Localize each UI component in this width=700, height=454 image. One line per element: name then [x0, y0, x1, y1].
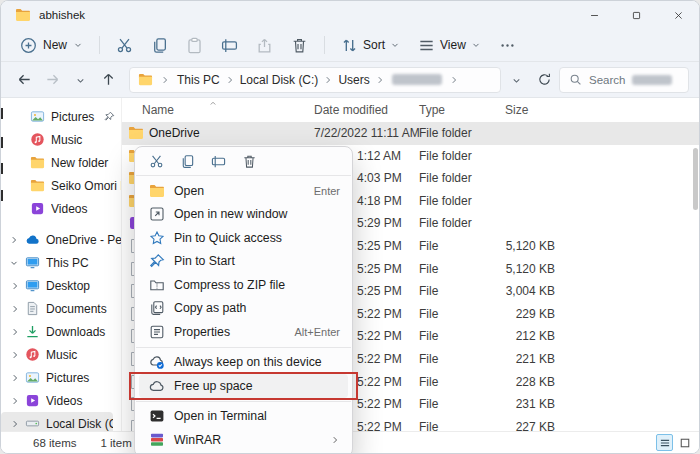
view-button-label: View	[440, 38, 466, 52]
sidebar-scrollbar-mark[interactable]	[1, 190, 3, 201]
file-size: 231 KB	[465, 397, 555, 411]
address-bar: This PC Local Disk (C:) Users Search	[1, 62, 699, 98]
breadcrumb-item[interactable]: This PC	[173, 71, 224, 89]
context-menu-item-open[interactable]: Open Enter	[139, 179, 348, 203]
this-pc-children-list: Desktop Documents Downloads Music Pictur…	[1, 274, 121, 431]
more-options-button[interactable]	[490, 32, 525, 58]
maximize-button[interactable]	[615, 1, 657, 29]
pictures-icon	[30, 109, 45, 124]
quick-action-button[interactable]	[178, 152, 196, 170]
sidebar-item-pictures[interactable]: Pictures	[1, 366, 121, 389]
sidebar-item-videos[interactable]: Videos	[1, 389, 121, 412]
sidebar-item-onedrive[interactable]: OneDrive - Perso	[1, 228, 121, 251]
details-view-button[interactable]	[656, 434, 673, 451]
sidebar-quick-item-music[interactable]: Music	[1, 128, 121, 151]
sidebar-scrollbar-mark[interactable]	[1, 137, 3, 148]
new-button[interactable]: New	[11, 32, 92, 58]
minimize-button[interactable]	[573, 1, 615, 29]
menu-item-label: Always keep on this device	[174, 355, 332, 369]
address-dropdown-button[interactable]	[503, 67, 529, 93]
file-type: File	[419, 352, 438, 366]
view-button[interactable]: View	[409, 32, 490, 58]
pictures-icon	[25, 370, 40, 385]
folder-icon	[128, 125, 144, 141]
context-menu-item-pin-to-quick-access[interactable]: Pin to Quick access	[139, 226, 348, 250]
command-toolbar: New Sort View	[1, 29, 699, 62]
rename-button[interactable]	[212, 32, 247, 58]
context-menu-item-free-up-space[interactable]: Free up space	[139, 374, 348, 398]
properties-icon	[149, 324, 165, 340]
breadcrumb[interactable]: This PC Local Disk (C:) Users	[129, 67, 501, 93]
sidebar-item-label: Pictures	[46, 371, 121, 385]
close-button[interactable]	[657, 1, 699, 29]
file-date-modified: 5:22 PM	[357, 352, 402, 366]
sidebar-item-downloads[interactable]: Downloads	[1, 320, 121, 343]
sidebar-quick-item-pictures[interactable]: Pictures	[1, 105, 121, 128]
list-scrollbar[interactable]	[693, 124, 698, 424]
context-menu-item-open-in-terminal[interactable]: Open in Terminal	[139, 405, 348, 429]
breadcrumb-segment-this-pc: This PC	[173, 71, 236, 89]
file-type: File	[419, 262, 438, 276]
sort-button[interactable]: Sort	[332, 32, 409, 58]
paste-button[interactable]	[177, 32, 212, 58]
quick-action-button[interactable]	[240, 152, 258, 170]
column-header-name[interactable]: Name	[142, 103, 174, 117]
menu-item-label: Open	[174, 184, 306, 198]
chevron-right-icon	[449, 75, 459, 85]
file-row-onedrive[interactable]: OneDrive 7/22/2022 11:11 AM File folder	[122, 122, 699, 145]
delete-button[interactable]	[282, 32, 317, 58]
toolbar-divider	[324, 36, 325, 54]
large-icons-view-button[interactable]	[676, 434, 693, 451]
context-menu-item-copy-as-path[interactable]: Copy as path	[139, 297, 348, 321]
sidebar-item-this-pc[interactable]: This PC	[1, 251, 121, 274]
chevron-down-icon	[511, 75, 521, 85]
folder-icon	[30, 155, 45, 170]
file-type: File	[419, 329, 438, 343]
context-menu-item-pin-to-start[interactable]: Pin to Start	[139, 250, 348, 274]
context-menu-item-open-in-new-window[interactable]: Open in new window	[139, 203, 348, 227]
chevron-right-icon	[10, 396, 20, 406]
sidebar-scrollbar-mark[interactable]	[1, 163, 3, 174]
context-menu-item-always-keep-on-this-device[interactable]: Always keep on this device	[139, 351, 348, 375]
copy-button[interactable]	[142, 32, 177, 58]
breadcrumb-item[interactable]: Users	[334, 71, 373, 89]
cut-button[interactable]	[107, 32, 142, 58]
refresh-button[interactable]	[531, 67, 557, 93]
sidebar-item-documents[interactable]: Documents	[1, 297, 121, 320]
scrollbar-thumb[interactable]	[693, 148, 698, 210]
quick-action-button[interactable]	[147, 152, 165, 170]
sidebar-quick-item-videos[interactable]: Videos	[1, 197, 121, 220]
up-button[interactable]	[95, 67, 121, 93]
sort-button-label: Sort	[363, 38, 385, 52]
context-menu-item-winrar[interactable]: WinRAR	[139, 428, 348, 452]
sidebar-item-desktop[interactable]: Desktop	[1, 274, 121, 297]
quick-action-button[interactable]	[209, 152, 227, 170]
context-menu-item-properties[interactable]: Properties Alt+Enter	[139, 320, 348, 344]
breadcrumb-item[interactable]: Local Disk (C:)	[236, 71, 323, 89]
file-date-modified: 1:12 AM	[357, 149, 401, 163]
context-menu-item-compress-to-zip-file[interactable]: Compress to ZIP file	[139, 273, 348, 297]
column-header-size[interactable]: Size	[505, 103, 528, 117]
sidebar-quick-item-new-folder[interactable]: New folder	[1, 151, 121, 174]
sidebar-quick-item-seiko-omori-be[interactable]: Seiko Omori Be	[1, 174, 121, 197]
search-placeholder: Search	[589, 74, 625, 86]
search-input[interactable]: Search	[559, 67, 689, 93]
chevron-right-icon	[10, 350, 20, 360]
share-button[interactable]	[247, 32, 282, 58]
menu-divider	[136, 401, 351, 402]
new-plus-icon	[20, 37, 37, 54]
file-date-modified: 7/22/2022 11:11 AM	[314, 126, 420, 140]
recent-locations-button[interactable]	[67, 67, 93, 93]
sidebar-item-label: Desktop	[46, 279, 121, 293]
chevron-down-icon	[9, 258, 19, 268]
chevron-down-icon	[390, 40, 400, 50]
music-icon	[25, 347, 40, 362]
column-header-type[interactable]: Type	[419, 103, 445, 117]
sidebar-item-local-disk-c[interactable]: Local Disk (C:)	[1, 412, 113, 431]
sidebar-item-music[interactable]: Music	[1, 343, 121, 366]
sort-arrows-icon	[341, 37, 358, 54]
forward-button[interactable]	[39, 67, 65, 93]
column-header-date-modified[interactable]: Date modified	[314, 103, 388, 117]
sidebar-scrollbar-mark[interactable]	[1, 108, 3, 119]
back-button[interactable]	[11, 67, 37, 93]
